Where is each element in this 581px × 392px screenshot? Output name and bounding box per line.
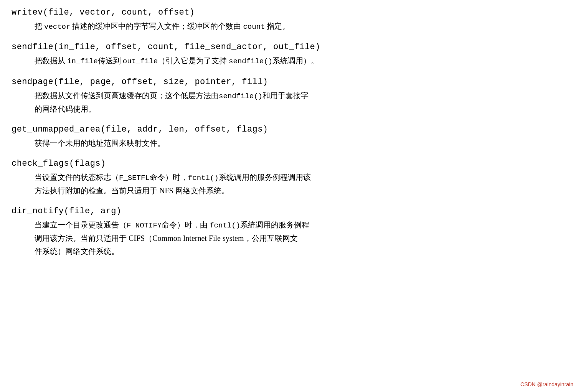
description-sendfile: 把数据从 in_file传送到 out_file（引入它是为了支持 sendfi… — [12, 54, 568, 68]
signature-writev: writev(file, vector, count, offset) — [12, 8, 568, 17]
signature-get-unmapped-area: get_unmapped_area(file, addr, len, offse… — [12, 125, 568, 134]
entry-sendpage: sendpage(file, page, offset, size, point… — [12, 77, 568, 115]
mono-vector: vector — [44, 23, 70, 31]
footer-credit: CSDN @raindayinrain — [520, 381, 573, 387]
mono-count: count — [243, 23, 265, 31]
entry-check-flags: check_flags(flags) 当设置文件的状态标志（F_SETFL命令）… — [12, 159, 568, 197]
mono-sendfile2: sendfile() — [219, 92, 262, 100]
description-writev: 把 vector 描述的缓冲区中的字节写入文件；缓冲区的个数由 count 指定… — [12, 20, 568, 33]
entry-writev: writev(file, vector, count, offset) 把 ve… — [12, 8, 568, 33]
description-check-flags: 当设置文件的状态标志（F_SETFL命令）时，fcntl()系统调用的服务例程调… — [12, 171, 568, 197]
mono-f-notify: F_NOTIFY — [127, 221, 162, 230]
mono-f-setfl: F_SETFL — [119, 174, 150, 182]
mono-out-file: out_file — [123, 57, 158, 66]
description-sendpage: 把数据从文件传送到页高速缓存的页；这个低层方法由sendfile()和用于套接字… — [12, 89, 568, 115]
signature-dir-notify: dir_notify(file, arg) — [12, 206, 568, 216]
mono-in-file: in_file — [67, 57, 98, 66]
entry-get-unmapped-area: get_unmapped_area(file, addr, len, offse… — [12, 125, 568, 150]
entry-sendfile: sendfile(in_file, offset, count, file_se… — [12, 42, 568, 68]
signature-sendfile: sendfile(in_file, offset, count, file_se… — [12, 42, 568, 52]
entry-dir-notify: dir_notify(file, arg) 当建立一个目录更改通告（F_NOTI… — [12, 206, 568, 258]
description-get-unmapped-area: 获得一个未用的地址范围来映射文件。 — [12, 137, 568, 150]
mono-fcntl2: fcntl() — [210, 221, 240, 230]
signature-check-flags: check_flags(flags) — [12, 159, 568, 168]
mono-sendfile: sendfile() — [229, 57, 272, 66]
mono-fcntl1: fcntl() — [188, 174, 219, 182]
signature-sendpage: sendpage(file, page, offset, size, point… — [12, 77, 568, 87]
content-area: writev(file, vector, count, offset) 把 ve… — [12, 8, 568, 258]
description-dir-notify: 当建立一个目录更改通告（F_NOTIFY命令）时，由 fcntl()系统调用的服… — [12, 218, 568, 258]
